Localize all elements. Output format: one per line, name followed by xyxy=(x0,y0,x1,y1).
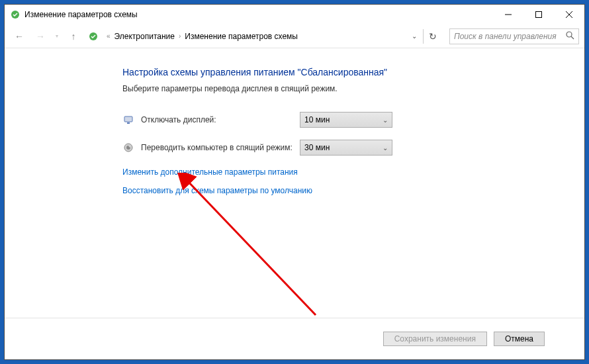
svg-rect-9 xyxy=(127,122,130,124)
svg-point-6 xyxy=(566,32,572,37)
sleep-label: Переводить компьютер в спящий режим: xyxy=(141,143,300,152)
app-icon xyxy=(10,9,21,20)
window-title: Изменение параметров схемы xyxy=(24,10,493,19)
restore-defaults-link[interactable]: Восстановить для схемы параметры по умол… xyxy=(122,186,584,195)
address-dropdown-icon[interactable]: ⌄ xyxy=(408,29,420,44)
window: Изменение параметров схемы ← → ▾ ↑ « Эле… xyxy=(4,4,585,360)
display-icon xyxy=(122,114,134,126)
navigation-bar: ← → ▾ ↑ « Электропитание › Изменение пар… xyxy=(5,24,584,48)
link-group: Изменить дополнительные параметры питани… xyxy=(122,167,584,195)
svg-line-11 xyxy=(187,181,316,315)
chevron-down-icon: ⌄ xyxy=(383,116,388,124)
titlebar: Изменение параметров схемы xyxy=(5,5,584,24)
svg-line-7 xyxy=(571,36,574,39)
sleep-timeout-value: 30 мин xyxy=(304,143,383,152)
save-button[interactable]: Сохранить изменения xyxy=(383,332,487,346)
display-timeout-value: 10 мин xyxy=(304,115,383,124)
window-controls xyxy=(493,5,584,24)
page-heading: Настройка схемы управления питанием "Сба… xyxy=(122,67,584,77)
search-icon[interactable] xyxy=(566,31,574,42)
setting-row-display: Отключать дисплей: 10 мин ⌄ xyxy=(122,112,584,128)
forward-button[interactable]: → xyxy=(31,27,50,46)
breadcrumb-separator: « xyxy=(107,32,111,40)
chevron-down-icon: ⌄ xyxy=(383,144,388,152)
breadcrumb-item-0[interactable]: Электропитание xyxy=(114,32,175,41)
search-input[interactable] xyxy=(454,32,566,41)
close-button[interactable] xyxy=(554,5,584,24)
address-bar-controls: ⌄ ↻ xyxy=(408,29,441,44)
up-button[interactable]: ↑ xyxy=(64,27,83,46)
content-area: Настройка схемы управления питанием "Сба… xyxy=(5,48,584,318)
maximize-button[interactable] xyxy=(523,5,554,24)
annotation-arrow xyxy=(177,173,329,325)
breadcrumb-item-1[interactable]: Изменение параметров схемы xyxy=(185,32,298,41)
sleep-icon xyxy=(122,142,134,154)
recent-dropdown-icon[interactable]: ▾ xyxy=(52,27,62,46)
display-label: Отключать дисплей: xyxy=(141,115,300,124)
minimize-button[interactable] xyxy=(493,5,523,24)
sleep-timeout-dropdown[interactable]: 30 мин ⌄ xyxy=(300,140,392,156)
chevron-right-icon: › xyxy=(179,32,181,40)
cancel-button[interactable]: Отмена xyxy=(494,332,545,346)
page-subtext: Выберите параметры перевода дисплея в сп… xyxy=(122,84,584,93)
footer: Сохранить изменения Отмена xyxy=(5,318,584,359)
refresh-button[interactable]: ↻ xyxy=(423,29,441,44)
svg-rect-2 xyxy=(536,12,542,18)
display-timeout-dropdown[interactable]: 10 мин ⌄ xyxy=(300,112,392,128)
svg-rect-8 xyxy=(124,116,132,122)
search-box[interactable] xyxy=(449,28,579,44)
advanced-settings-link[interactable]: Изменить дополнительные параметры питани… xyxy=(122,167,584,177)
setting-row-sleep: Переводить компьютер в спящий режим: 30 … xyxy=(122,140,584,156)
location-icon xyxy=(88,31,99,42)
breadcrumb: « Электропитание › Изменение параметров … xyxy=(107,32,406,41)
back-button[interactable]: ← xyxy=(10,27,28,46)
